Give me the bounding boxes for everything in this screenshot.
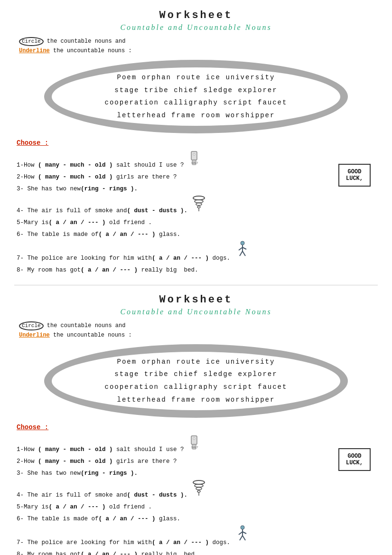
worksheet-subtitle-1: Countable and Uncountable Nouns <box>14 23 378 32</box>
exercise-1-2: 2-How ( many - much - old ) girls are th… <box>17 171 378 183</box>
circle-text-1: the countable nouns and <box>44 38 126 45</box>
exercise-1-7: 7- The police are looking for him with (… <box>17 241 378 264</box>
oval-1: Poem orphan route ice university stage t… <box>44 60 348 133</box>
salt-icon-2 <box>187 434 201 451</box>
salt-icon-1 <box>187 150 201 167</box>
exercise-2-6: 6- The table is made of ( a / an / --- )… <box>17 513 378 525</box>
worksheet-section-1: Worksheet Countable and Uncountable Noun… <box>14 9 378 276</box>
exercise-1-8: 8- My room has got ( a / an / --- ) real… <box>17 264 378 276</box>
exercise-2-8: 8- My room has got ( a / an / --- ) real… <box>17 549 378 555</box>
exercise-1-6: 6- The table is made of ( a / an / --- )… <box>17 229 378 241</box>
circle-label-2: Circle <box>19 321 44 330</box>
tornado-icon-2 <box>191 480 206 497</box>
choose-section-2: Choose : 1-How ( many - much - old ) sal… <box>17 423 378 555</box>
exercise-list-1: 1-How ( many - much - old ) salt should … <box>17 150 378 276</box>
exercise-1-1: 1-How ( many - much - old ) salt should … <box>17 150 378 171</box>
oval-text-1: Poem orphan route ice university stage t… <box>105 71 288 122</box>
worksheet-subtitle-2: Countable and Uncountable Nouns <box>14 308 378 316</box>
worksheet-title-2: Worksheet <box>14 294 378 306</box>
instructions-2: Circle the countable nouns and Underline… <box>19 321 378 340</box>
worksheet-title-1: Worksheet <box>14 9 378 21</box>
good-luck-box-1: GOODLUCK, <box>338 164 371 187</box>
oval-2: Poem orphan route ice university stage t… <box>44 344 348 418</box>
instructions-1: Circle the countable nouns and Underline… <box>19 37 378 56</box>
choose-title-2: Choose : <box>17 423 378 431</box>
exercise-2-3: 3- She has two new (ring - rings ). <box>17 468 378 480</box>
exercise-1-4: 4- The air is full of smoke and ( dust -… <box>17 195 378 217</box>
underline-label-1: Underline <box>19 47 50 54</box>
exercise-2-2: 2-How ( many - much - old ) girls are th… <box>17 456 378 468</box>
worksheet-section-2: Worksheet Countable and Uncountable Noun… <box>14 294 378 555</box>
circle-label-1: Circle <box>19 37 44 46</box>
good-luck-box-2: GOODLUCK, <box>338 448 371 471</box>
exercise-2-5: 5-Mary is ( a / an / --- ) old friend . <box>17 501 378 513</box>
runner-icon-2 <box>234 525 251 544</box>
oval-inner-1: Poem orphan route ice university stage t… <box>52 67 340 126</box>
underline-label-2: Underline <box>19 332 50 339</box>
exercise-2-7: 7- The police are looking for him with (… <box>17 525 378 549</box>
exercise-2-1: 1-How ( many - much - old ) salt should … <box>17 434 378 456</box>
exercise-2-4: 4- The air is full of smoke and ( dust -… <box>17 480 378 501</box>
section-divider <box>14 285 378 285</box>
tornado-icon-1 <box>191 195 206 212</box>
exercise-1-5: 5-Mary is ( a / an / --- ) old friend . <box>17 217 378 229</box>
oval-text-2: Poem orphan route ice university stage t… <box>105 356 288 406</box>
choose-section-1: Choose : 1-How ( many - much - old ) sal… <box>17 139 378 276</box>
exercise-list-2: 1-How ( many - much - old ) salt should … <box>17 434 378 555</box>
runner-icon-1 <box>234 241 251 260</box>
oval-inner-2: Poem orphan route ice university stage t… <box>52 352 340 410</box>
underline-text-2: the uncountable nouns : <box>50 332 132 339</box>
circle-text-2: the countable nouns and <box>44 322 126 329</box>
page-container: Worksheet Countable and Uncountable Noun… <box>14 9 378 555</box>
exercise-1-3: 3- She has two new (ring - rings ). <box>17 183 378 195</box>
underline-text-1: the uncountable nouns : <box>50 47 132 54</box>
choose-title-1: Choose : <box>17 139 378 147</box>
